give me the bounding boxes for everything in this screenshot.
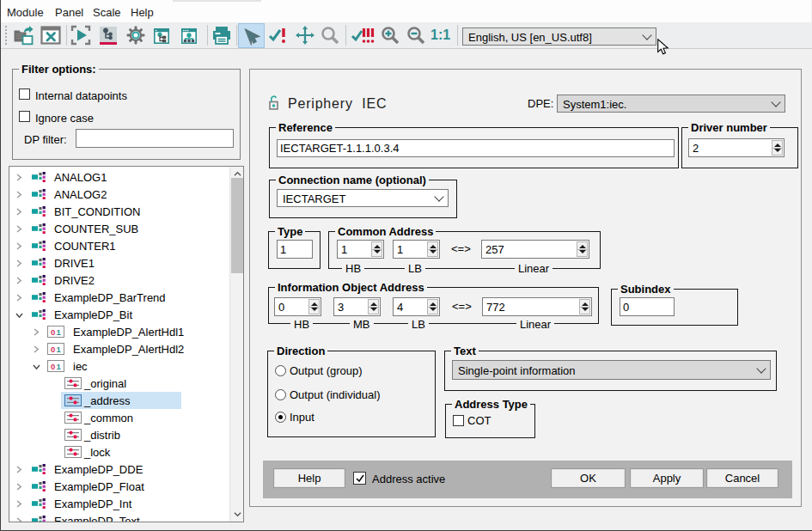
- svg-text:1: 1: [57, 345, 62, 354]
- svg-text:0: 0: [51, 362, 55, 371]
- svg-text:0: 0: [51, 327, 55, 337]
- svg-text:1: 1: [57, 362, 62, 371]
- svg-text:1: 1: [57, 327, 62, 337]
- svg-text:0: 0: [51, 345, 55, 354]
